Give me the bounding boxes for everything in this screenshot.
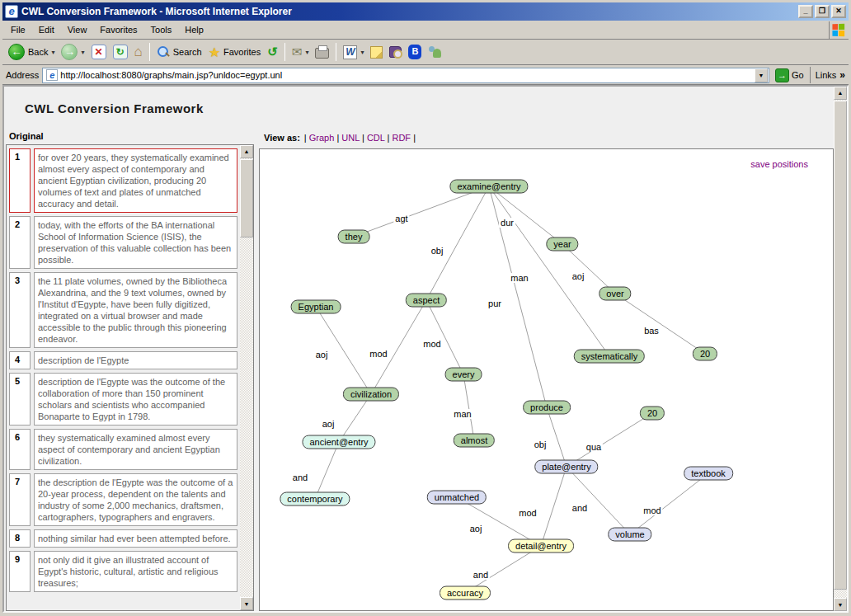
notes-button[interactable] [368, 45, 385, 60]
refresh-icon: ↻ [113, 45, 128, 59]
sentence-number: 3 [9, 272, 31, 348]
graph-node-aspect[interactable]: aspect [406, 294, 447, 308]
scroll-thumb[interactable] [834, 101, 847, 590]
sentence-row-5[interactable]: 5description de l'Egypte was the outcome… [9, 373, 237, 426]
forward-button[interactable]: → ▾ [59, 42, 87, 62]
search-icon [157, 45, 170, 59]
graph-node-systematically[interactable]: systematically [574, 350, 645, 364]
view-link-unl[interactable]: UNL [341, 133, 362, 143]
back-icon: ← [8, 44, 25, 60]
menu-item-tools[interactable]: Tools [144, 22, 179, 37]
edge-label-dur: dur [499, 218, 515, 228]
messenger-button[interactable] [426, 44, 445, 60]
back-dropdown-icon[interactable]: ▾ [51, 49, 54, 56]
sentence-row-2[interactable]: 2today, with the efforts of the BA inter… [9, 216, 237, 269]
address-field[interactable]: e http://localhost:8080/graphs/main.jsp?… [42, 68, 769, 83]
edge-label-aoj: aoj [468, 524, 484, 534]
menu-item-favorites[interactable]: Favorites [93, 22, 143, 37]
graph-node-year[interactable]: year [546, 237, 578, 252]
go-button[interactable]: → Go [773, 68, 806, 82]
graph-node-accuracy[interactable]: accuracy [440, 586, 491, 600]
edge-label-pur: pur [487, 299, 503, 308]
graph-node-over[interactable]: over [599, 287, 631, 301]
home-button[interactable]: ⌂ [132, 43, 145, 61]
view-links: | Graph | UNL | CDL | RDF | [304, 133, 416, 143]
graph-node-civilization[interactable]: civilization [343, 388, 399, 402]
graph-node-ancient[interactable]: ancient@entry [302, 435, 375, 449]
graph-node-textbook[interactable]: textbook [684, 467, 733, 481]
refresh-button[interactable]: ↻ [110, 43, 130, 61]
bluetooth-button[interactable]: B [406, 43, 424, 61]
save-positions-link[interactable]: save positions [750, 159, 808, 169]
toolbar-separator [149, 43, 150, 61]
edit-with-word-button[interactable]: W ▾ [341, 44, 366, 61]
sentence-scrollbar[interactable]: ▲ ▼ [240, 145, 253, 610]
view-link-graph[interactable]: Graph [309, 133, 337, 143]
sentence-row-8[interactable]: 8nothing similar had ever been attempted… [9, 529, 237, 548]
graph-node-unmatched[interactable]: unmatched [427, 491, 487, 505]
scroll-down-button[interactable]: ▼ [240, 597, 253, 610]
history-button[interactable]: ↺ [265, 43, 280, 61]
go-arrow-icon: → [775, 68, 789, 82]
mail-dropdown-icon[interactable]: ▾ [305, 49, 308, 56]
research-button[interactable] [387, 45, 404, 59]
print-button[interactable] [313, 44, 331, 60]
menu-item-file[interactable]: File [4, 22, 32, 37]
sentence-row-7[interactable]: 7the description de l'Egypte was the out… [9, 473, 237, 526]
edge-label-aoj: aoj [571, 271, 586, 281]
scroll-down-button[interactable]: ▼ [834, 598, 847, 611]
browser-scrollbar[interactable]: ▲ ▼ [834, 87, 847, 611]
edge-label-mod: mod [368, 349, 388, 359]
graph-node-every[interactable]: every [445, 368, 482, 382]
sentence-row-1[interactable]: 1for over 20 years, they systematically … [9, 148, 237, 213]
close-button[interactable]: ✕ [831, 5, 846, 18]
graph-node-contemporary[interactable]: contemporary [280, 492, 350, 506]
sentence-row-3[interactable]: 3the 11 plate volumes, owned by the Bibl… [9, 272, 237, 348]
forward-icon: → [61, 44, 78, 60]
menu-items: FileEditViewFavoritesToolsHelp [4, 25, 210, 35]
minimize-button[interactable]: _ [798, 5, 813, 18]
edge-label-bas: bas [642, 326, 661, 336]
sentence-text: for over 20 years, they systematically e… [34, 148, 237, 213]
sentence-row-4[interactable]: 4description de l'Egypte [9, 351, 237, 369]
forward-dropdown-icon[interactable]: ▾ [81, 49, 84, 56]
graph-node-20a[interactable]: 20 [693, 347, 717, 361]
word-dropdown-icon[interactable]: ▾ [360, 49, 364, 56]
back-label: Back [28, 47, 48, 57]
search-label: Search [173, 47, 202, 57]
scroll-up-button[interactable]: ▲ [834, 87, 847, 100]
menu-item-view[interactable]: View [61, 22, 94, 37]
graph-node-volume[interactable]: volume [608, 528, 651, 542]
browser-viewport: CWL Conversion Framework Original 1for o… [2, 85, 849, 613]
maximize-button[interactable]: ❐ [815, 5, 830, 18]
graph-node-detail[interactable]: detail@entry [508, 539, 574, 553]
edge-label-qua: qua [585, 442, 603, 452]
links-bar[interactable]: Links » [810, 67, 845, 83]
graph-node-produce[interactable]: produce [523, 401, 571, 415]
back-button[interactable]: ← Back ▾ [6, 42, 57, 62]
search-button[interactable]: Search [154, 44, 205, 60]
graph-node-egyptian[interactable]: Egyptian [291, 300, 341, 314]
view-link-rdf[interactable]: RDF [392, 133, 413, 143]
menu-item-help[interactable]: Help [178, 22, 210, 37]
graph-node-20b[interactable]: 20 [640, 407, 665, 421]
graph-node-almost[interactable]: almost [454, 434, 495, 448]
sentence-text: they systematically examined almost ever… [34, 429, 237, 470]
address-dropdown-button[interactable]: ▼ [755, 68, 768, 82]
view-as-label: View as: [264, 133, 300, 143]
sentence-row-6[interactable]: 6they systematically examined almost eve… [9, 429, 237, 470]
graph-node-plate[interactable]: plate@entry [534, 460, 598, 474]
graph-node-they[interactable]: they [338, 230, 370, 244]
graph-node-examine[interactable]: examine@entry [449, 180, 528, 194]
sentence-number: 5 [9, 373, 31, 426]
address-url[interactable]: http://localhost:8080/graphs/main.jsp?un… [60, 70, 755, 80]
sentence-row-9[interactable]: 9not only did it give an illustrated acc… [9, 551, 237, 592]
menu-item-edit[interactable]: Edit [32, 22, 61, 37]
stop-button[interactable]: ✕ [89, 43, 109, 61]
favorites-button[interactable]: ★ Favorites [206, 43, 264, 62]
mail-button[interactable]: ✉ ▾ [289, 43, 312, 61]
home-icon: ⌂ [134, 45, 143, 59]
view-link-cdl[interactable]: CDL [367, 133, 388, 143]
scroll-thumb[interactable] [240, 159, 253, 237]
scroll-up-button[interactable]: ▲ [240, 145, 253, 158]
